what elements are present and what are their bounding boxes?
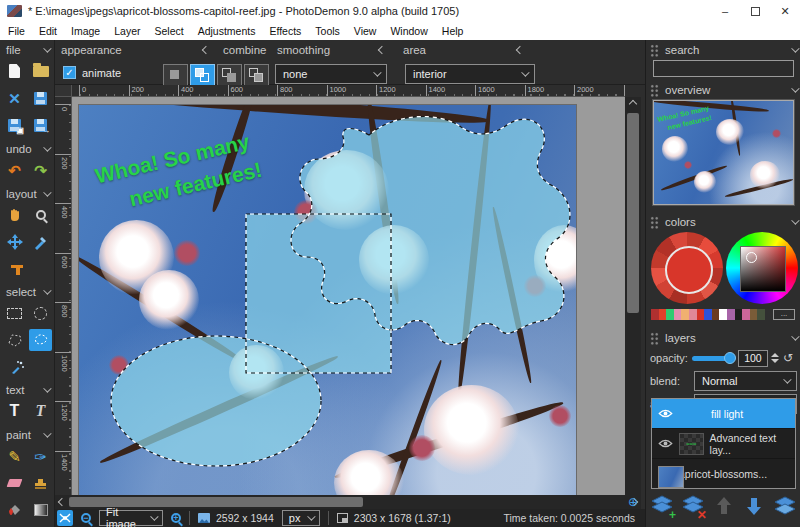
search-panel-header[interactable]: search [650,42,797,58]
smoothing-section-header[interactable]: smoothing [277,44,385,56]
menu-item[interactable]: Help [442,25,464,37]
fit-canvas-button[interactable] [57,510,73,526]
advanced-text-tool[interactable]: T [29,400,52,422]
menu-item[interactable]: Image [71,25,100,37]
magic-wand-tool[interactable] [6,356,29,378]
color-harmony-wheel[interactable] [651,232,723,304]
stepper-down-icon[interactable] [771,359,779,363]
drag-grip-icon[interactable] [650,84,659,97]
paintbrush-tool[interactable]: ✑ [29,445,52,467]
move-layer-down-button[interactable] [740,492,768,520]
layout-section-header[interactable]: layout [0,186,55,201]
search-input[interactable] [653,60,794,77]
animate-checkbox[interactable]: ✓ [63,66,76,79]
unit-dropdown[interactable]: px [282,510,320,526]
menu-item[interactable]: Select [154,25,183,37]
palette-swatch[interactable] [719,309,727,320]
scroll-left-button[interactable] [55,495,69,509]
zoom-tool[interactable] [29,204,52,226]
save-copy-button[interactable]: ▣ [3,114,26,136]
palette-swatch[interactable] [689,309,697,320]
menu-item[interactable]: Layer [114,25,140,37]
layer-order-button[interactable] [771,492,799,520]
palette-swatch[interactable] [704,309,712,320]
eraser-tool[interactable] [3,472,26,494]
combine-subtract-button[interactable] [217,64,242,86]
menu-item[interactable]: View [354,25,377,37]
overview-panel-header[interactable]: overview [650,82,797,98]
maximize-button[interactable] [740,0,770,22]
opacity-slider-knob[interactable] [724,352,736,364]
color-picker-tool[interactable] [29,231,52,253]
overview-thumbnail[interactable]: Whoa! So many new features! [653,100,794,205]
collapse-icon[interactable] [202,46,210,54]
menu-item[interactable]: Effects [269,25,301,37]
drag-grip-icon[interactable] [650,332,659,345]
move-layer-up-button[interactable] [710,492,738,520]
layer-visibility-icon[interactable] [658,439,673,448]
opacity-slider[interactable] [692,356,734,361]
select-section-header[interactable]: select [0,284,55,299]
palette-swatch[interactable] [765,309,773,320]
scroll-up-button[interactable] [625,97,641,111]
vertical-scroll-thumb[interactable] [627,113,639,313]
zoom-out-button[interactable]: − [81,513,91,523]
clone-stamp-tool[interactable] [29,472,52,494]
open-image-button[interactable] [29,60,52,82]
image-canvas[interactable]: Whoa! So many new features! [72,97,625,495]
palette-swatch[interactable] [727,309,735,320]
move-tool[interactable] [3,231,26,253]
save-as-button[interactable]: → [29,114,52,136]
combine-add-button[interactable] [190,64,215,86]
palette-swatch[interactable] [735,309,743,320]
paint-section-header[interactable]: paint [0,427,55,442]
opacity-reset-button[interactable]: ↺ [783,351,793,365]
save-button[interactable] [29,87,52,109]
layer-row-apricot-blossoms[interactable]: apricot-blossoms... [652,459,795,489]
measure-tool[interactable] [6,258,29,280]
palette-swatch[interactable] [659,309,667,320]
opacity-value[interactable]: 100 [738,350,768,367]
appearance-section-header[interactable]: appearance [61,44,209,56]
gradient-tool[interactable] [29,499,52,521]
vertical-scrollbar[interactable] [625,97,641,495]
minimize-button[interactable]: – [710,0,740,22]
drag-grip-icon[interactable] [650,44,659,57]
pencil-tool[interactable]: ✎ [3,445,26,467]
layers-panel-header[interactable]: layers [650,330,797,346]
palette-swatch[interactable] [674,309,682,320]
menu-item[interactable]: File [8,25,25,37]
palette-swatch[interactable] [712,309,720,320]
text-section-header[interactable]: text [0,382,55,397]
collapse-icon[interactable] [378,46,386,54]
palette-swatch[interactable] [757,309,765,320]
combine-replace-button[interactable] [163,64,188,86]
ellipse-select-tool[interactable] [29,302,52,324]
area-section-header[interactable]: area [403,44,523,56]
menu-item[interactable]: Adjustments [198,25,256,37]
palette-swatch[interactable] [697,309,705,320]
palette-more-button[interactable]: ... [773,309,795,320]
rectangle-select-tool[interactable] [3,302,26,324]
close-image-button[interactable]: ✕ [3,87,26,109]
redo-button[interactable]: ↷ [29,159,52,181]
fill-tool[interactable] [3,499,26,521]
layer-row-advanced-text[interactable]: ≈≈≈ Advanced text lay... [652,429,795,459]
new-image-button[interactable] [3,60,26,82]
file-section-header[interactable]: file [0,42,55,57]
undo-button[interactable]: ↶ [3,159,26,181]
menu-item[interactable]: Edit [39,25,57,37]
hue-wheel[interactable] [726,232,798,304]
undo-section-header[interactable]: undo [0,141,55,156]
stepper-up-icon[interactable] [771,353,779,357]
blend-mode-dropdown[interactable]: Normal [694,371,797,391]
colors-panel-header[interactable]: colors [650,214,797,230]
zoom-mode-dropdown[interactable]: Fit image [99,510,163,526]
lasso-select-tool[interactable] [29,329,52,351]
text-tool[interactable]: T [3,400,26,422]
layer-visibility-icon[interactable] [658,409,673,418]
combine-intersect-button[interactable] [244,64,269,86]
add-layer-button[interactable]: + [648,492,676,520]
hand-tool[interactable] [3,204,26,226]
palette-swatch[interactable] [742,309,750,320]
